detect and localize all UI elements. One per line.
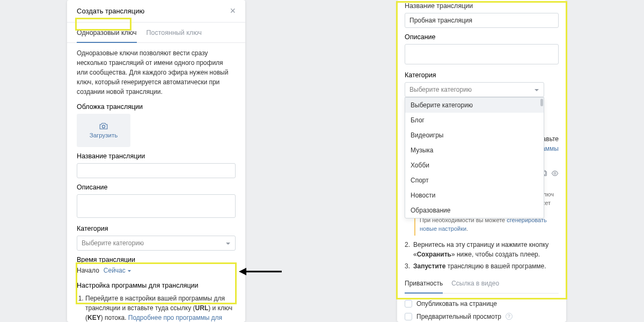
upload-cover-button[interactable]: Загрузить <box>77 114 130 147</box>
camera-icon <box>99 122 108 131</box>
checkbox-icon <box>405 300 412 308</box>
eye-icon[interactable] <box>551 170 559 180</box>
category-placeholder: Выберите категорию <box>82 239 144 247</box>
dropdown-item[interactable]: Выберите категорию <box>405 98 544 113</box>
key-tabs: Одноразовый ключ Постоянный ключ <box>67 23 245 43</box>
category-select[interactable]: Выберите категорию <box>405 82 544 97</box>
privacy-tabs: Приватность Ссылка в видео <box>405 279 559 294</box>
svg-point-8 <box>554 172 556 174</box>
category-label: Категория <box>405 71 559 79</box>
dropdown-item[interactable]: Блог <box>405 113 544 128</box>
create-stream-dialog-right: Название трансляции Описание Категория В… <box>397 0 566 322</box>
check-preview[interactable]: Предварительный просмотр ? <box>405 312 559 321</box>
upload-label: Загрузить <box>90 132 118 138</box>
description-input[interactable] <box>77 194 236 218</box>
tab-privacy[interactable]: Приватность <box>405 279 443 294</box>
category-dropdown: Выберите категорию Блог Видеоигры Музыка… <box>405 97 544 218</box>
description-label: Описание <box>405 33 559 41</box>
create-stream-dialog-left: Создать трансляцию × Одноразовый ключ По… <box>67 0 245 322</box>
dropdown-item[interactable]: Музыка <box>405 143 544 158</box>
start-label: Начало <box>77 267 99 274</box>
help-icon[interactable]: ? <box>506 313 513 320</box>
right-content: Название трансляции Описание Категория В… <box>397 0 566 322</box>
title-input[interactable] <box>77 163 236 178</box>
dialog-content: Одноразовые ключи позволяют вести сразу … <box>67 43 245 322</box>
chevron-down-icon <box>534 87 539 94</box>
check-publish[interactable]: Опубликовать на странице <box>405 299 559 309</box>
start-now-link[interactable]: Сейчас <box>104 267 131 274</box>
tab-disposable-key[interactable]: Одноразовый ключ <box>77 29 137 43</box>
tab-video-link[interactable]: Ссылка в видео <box>451 279 499 293</box>
keys-description: Одноразовые ключи позволяют вести сразу … <box>77 48 236 97</box>
dialog-header: Создать трансляцию × <box>67 0 245 23</box>
step-3: Запустите трансляцию в вашей программе. <box>413 261 546 271</box>
svg-point-0 <box>102 125 105 128</box>
category-select[interactable]: Выберите категорию <box>77 236 236 251</box>
dialog-title: Создать трансляцию <box>77 7 144 15</box>
title-label-trunc: Название трансляции <box>405 2 559 10</box>
dropdown-item[interactable]: Хобби <box>405 158 544 173</box>
dropdown-item[interactable]: Спорт <box>405 173 544 188</box>
svg-marker-5 <box>239 268 246 275</box>
tab-permanent-key[interactable]: Постоянный ключ <box>147 29 202 42</box>
cover-label: Обложка трансляции <box>77 103 236 111</box>
close-icon[interactable]: × <box>230 5 236 17</box>
dropdown-item[interactable]: Видеоигры <box>405 128 544 143</box>
setup-steps: Перейдите в настройки вашей программы дл… <box>77 294 236 322</box>
dropdown-item[interactable]: Образование <box>405 203 544 218</box>
step-1: Перейдите в настройки вашей программы дл… <box>85 294 236 322</box>
dropdown-item[interactable]: Новости <box>405 188 544 203</box>
arrow-icon <box>239 267 282 278</box>
description-label: Описание <box>77 184 236 191</box>
checkbox-icon <box>405 313 412 320</box>
setup-label: Настройка программы для трансляции <box>77 282 236 289</box>
chevron-down-icon <box>225 240 231 248</box>
step-2: Вернитесь на эту страницу и нажмите кноп… <box>413 240 559 259</box>
description-input[interactable] <box>405 44 559 64</box>
category-label: Категория <box>77 225 236 232</box>
title-label: Название трансляции <box>77 152 236 160</box>
title-input[interactable] <box>405 13 559 28</box>
chevron-down-icon <box>127 267 131 274</box>
scrollbar-thumb[interactable] <box>540 99 543 106</box>
time-label: Время трансляции <box>77 256 236 264</box>
